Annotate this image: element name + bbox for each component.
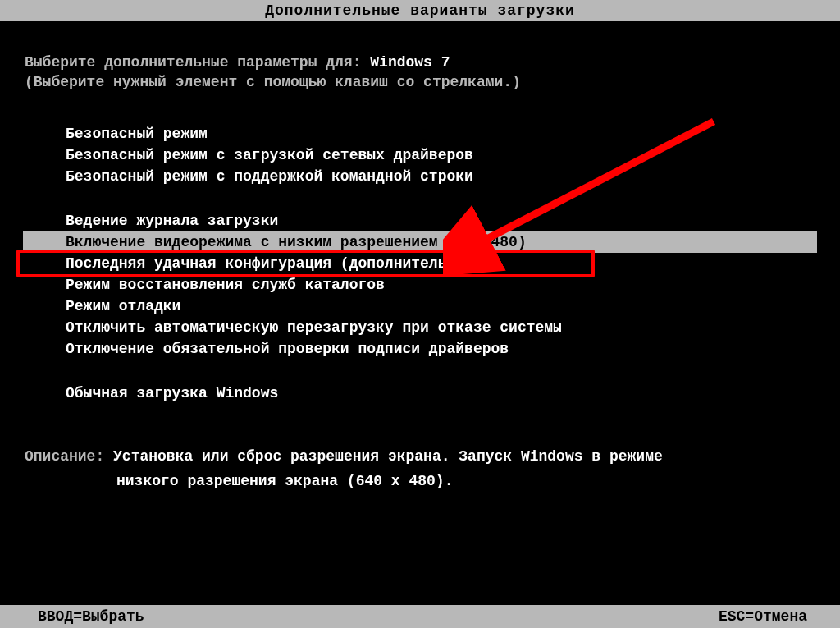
footer-bar: ВВОД=Выбрать ESC=Отмена	[0, 605, 840, 628]
boot-menu[interactable]: Безопасный режим Безопасный режим с загр…	[0, 123, 840, 404]
menu-item-boot-logging[interactable]: Ведение журнала загрузки	[0, 210, 840, 231]
menu-item-safe-mode-command[interactable]: Безопасный режим с поддержкой командной …	[0, 166, 840, 187]
menu-spacer	[0, 187, 840, 210]
footer-esc-hint: ESC=Отмена	[719, 608, 807, 625]
menu-item-safe-mode-networking[interactable]: Безопасный режим с загрузкой сетевых дра…	[0, 144, 840, 166]
description-line2: низкого разрешения экрана (640 x 480).	[25, 470, 815, 494]
title-text: Дополнительные варианты загрузки	[265, 2, 575, 19]
footer-enter-hint: ВВОД=Выбрать	[38, 608, 144, 625]
os-name: Windows 7	[370, 54, 450, 71]
menu-item-directory-restore[interactable]: Режим восстановления служб каталогов	[0, 274, 840, 296]
title-bar: Дополнительные варианты загрузки	[0, 0, 840, 21]
menu-item-low-res-video[interactable]: Включение видеорежима с низким разрешени…	[23, 231, 817, 253]
description-block: Описание: Установка или сброс разрешения…	[0, 404, 840, 493]
prompt-prefix: Выберите дополнительные параметры для:	[25, 54, 370, 71]
menu-item-safe-mode[interactable]: Безопасный режим	[0, 123, 840, 144]
description-line1: Установка или сброс разрешения экрана. З…	[113, 448, 663, 465]
content-area: Выберите дополнительные параметры для: W…	[0, 21, 840, 493]
menu-item-start-normally[interactable]: Обычная загрузка Windows	[0, 383, 840, 404]
menu-item-disable-driver-sig[interactable]: Отключение обязательной проверки подписи…	[0, 338, 840, 360]
prompt-line: Выберите дополнительные параметры для: W…	[0, 21, 840, 74]
menu-item-last-known-good[interactable]: Последняя удачная конфигурация (дополнит…	[0, 253, 840, 274]
menu-spacer	[0, 360, 840, 383]
description-label: Описание:	[25, 448, 104, 465]
menu-item-disable-auto-restart[interactable]: Отключить автоматическую перезагрузку пр…	[0, 317, 840, 338]
menu-item-debug-mode[interactable]: Режим отладки	[0, 296, 840, 317]
hint-line: (Выберите нужный элемент с помощью клави…	[0, 74, 840, 90]
